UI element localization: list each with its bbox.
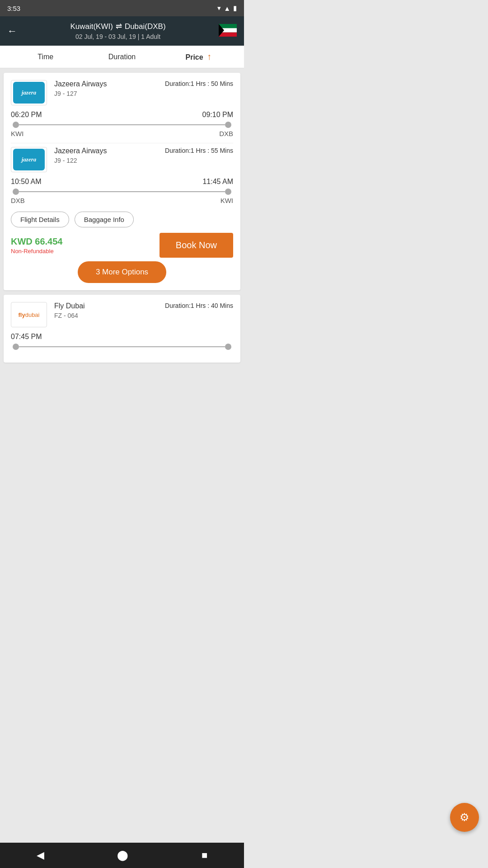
progress-line-2 (13, 189, 231, 195)
airline-info-1: Jazeera Airways J9 - 127 (54, 80, 165, 97)
flydubai-line (19, 346, 225, 347)
baggage-info-button[interactable]: Baggage Info (75, 212, 134, 227)
wifi-icon: ▾ (217, 4, 221, 12)
flydubai-logo: flydubai (13, 304, 45, 326)
battery-icon: ▮ (233, 4, 237, 12)
sort-price-arrow: ↑ (207, 52, 211, 61)
route-to: Dubai(DXB) (125, 22, 166, 31)
flight-card-1: jazera Jazeera Airways J9 - 127 Duration… (4, 73, 240, 290)
arrive-airport-2: KWI (221, 197, 233, 204)
header-date: 02 Jul, 19 - 03 Jul, 19 | 1 Adult (17, 33, 219, 40)
airline-info-2: Jazeera Airways J9 - 122 (54, 147, 165, 164)
airport-row-1: KWI DXB (11, 130, 233, 137)
flydubai-arrive-dot (225, 344, 231, 350)
depart-dot-2 (13, 189, 19, 195)
book-now-button[interactable]: Book Now (160, 233, 233, 258)
header-center: Kuwait(KWI) ⇌ Dubai(DXB) 02 Jul, 19 - 03… (17, 22, 219, 40)
header-route: Kuwait(KWI) ⇌ Dubai(DXB) (17, 22, 219, 31)
flydubai-number: FZ - 064 (54, 312, 165, 319)
flag-icon (219, 24, 237, 38)
airline-name-2: Jazeera Airways (54, 147, 165, 155)
airline-logo-2: jazera (11, 147, 47, 172)
airport-row-2: DXB KWI (11, 197, 233, 204)
status-left: 3:53 (7, 5, 20, 12)
price-block: KWD 66.454 Non-Refundable (11, 236, 63, 255)
price-book-row: KWD 66.454 Non-Refundable Book Now (11, 233, 233, 258)
route-arrow: ⇌ (116, 22, 122, 31)
arrive-dot-2 (225, 189, 231, 195)
time-row-1: 06:20 PM 09:10 PM (11, 111, 233, 119)
more-options-wrap: 3 More Options (11, 261, 233, 283)
timeline-1: 06:20 PM 09:10 PM KWI DXB (11, 111, 233, 137)
status-time: 3:53 (7, 5, 20, 12)
app-header: ← Kuwait(KWI) ⇌ Dubai(DXB) 02 Jul, 19 - … (0, 16, 244, 46)
flydubai-progress-line (13, 344, 231, 350)
depart-airport-1: KWI (11, 130, 23, 137)
route-from: Kuwait(KWI) (70, 22, 113, 31)
depart-airport-2: DXB (11, 197, 25, 204)
flydubai-depart-time: 07:45 PM (11, 333, 42, 341)
flight-number-2: J9 - 122 (54, 157, 165, 164)
action-buttons: Flight Details Baggage Info (11, 212, 233, 227)
arrive-time-2: 11:45 AM (202, 178, 233, 186)
depart-time-1: 06:20 PM (11, 111, 42, 119)
flydubai-name: Fly Dubai (54, 302, 165, 310)
sort-price[interactable]: Price ↑ (160, 52, 237, 62)
flight-line-2 (19, 191, 225, 192)
separator-1 (11, 143, 233, 143)
flydubai-depart-dot (13, 344, 19, 350)
flydubai-timeline: 07:45 PM (11, 333, 233, 350)
sort-bar: Time Duration Price ↑ (0, 46, 244, 68)
status-right: ▾ ▲ ▮ (217, 4, 237, 12)
flydubai-segment: flydubai Fly Dubai FZ - 064 Duration:1 H… (11, 302, 233, 327)
airline-logo-1: jazera (11, 80, 47, 105)
flydubai-duration: Duration:1 Hrs : 40 Mins (165, 302, 233, 309)
depart-time-2: 10:50 AM (11, 178, 42, 186)
refund-status: Non-Refundable (11, 248, 63, 255)
back-button[interactable]: ← (7, 25, 17, 37)
flight-segment-2: jazera Jazeera Airways J9 - 122 Duration… (11, 147, 233, 172)
flight-line-1 (19, 124, 225, 125)
duration-2: Duration:1 Hrs : 55 Mins (165, 147, 233, 154)
flydubai-time-row: 07:45 PM (11, 333, 233, 341)
arrive-dot-1 (225, 122, 231, 128)
airline-name-1: Jazeera Airways (54, 80, 165, 88)
sort-duration[interactable]: Duration (84, 53, 160, 61)
flight-segment-1: jazera Jazeera Airways J9 - 127 Duration… (11, 80, 233, 105)
progress-line-1 (13, 122, 231, 128)
flydubai-info: Fly Dubai FZ - 064 (54, 302, 165, 319)
sort-time[interactable]: Time (7, 53, 84, 61)
more-options-button[interactable]: 3 More Options (78, 261, 166, 283)
timeline-2: 10:50 AM 11:45 AM DXB KWI (11, 178, 233, 204)
arrive-airport-1: DXB (219, 130, 233, 137)
time-row-2: 10:50 AM 11:45 AM (11, 178, 233, 186)
flight-card-2: flydubai Fly Dubai FZ - 064 Duration:1 H… (4, 295, 240, 363)
jazeera-logo-1: jazera (13, 82, 45, 104)
status-bar: 3:53 ▾ ▲ ▮ (0, 0, 244, 16)
price-amount: KWD 66.454 (11, 236, 63, 247)
jazeera-logo-2: jazera (13, 149, 45, 170)
flight-number-1: J9 - 127 (54, 90, 165, 97)
flight-details-button[interactable]: Flight Details (11, 212, 69, 227)
flydubai-logo-wrap: flydubai (11, 302, 47, 327)
depart-dot-1 (13, 122, 19, 128)
signal-icon: ▲ (224, 5, 230, 12)
arrive-time-1: 09:10 PM (202, 111, 233, 119)
duration-1: Duration:1 Hrs : 50 Mins (165, 80, 233, 87)
